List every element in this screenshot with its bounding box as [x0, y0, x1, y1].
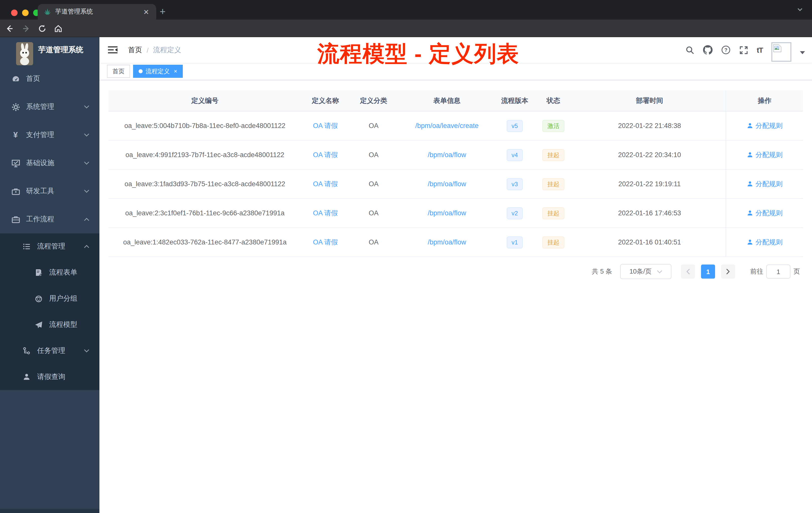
app-title: 芋道管理系统	[38, 45, 83, 55]
yen-icon: ¥	[11, 131, 20, 139]
tree-icon	[22, 347, 31, 355]
breadcrumb-home[interactable]: 首页	[128, 46, 142, 55]
browser-tab-strip: 芋道管理系统 ✕ +	[0, 0, 812, 20]
form-link[interactable]: /bpm/oa/leave/create	[415, 122, 478, 129]
back-button[interactable]	[5, 24, 14, 33]
chevron-down-icon	[84, 161, 89, 165]
definition-category-cell: OA	[349, 180, 398, 188]
help-icon[interactable]: ?	[721, 45, 731, 55]
status-badge: 挂起	[542, 149, 564, 161]
assign-rule-label: 分配规则	[755, 150, 783, 159]
tag-home[interactable]: 首页	[107, 65, 130, 78]
form-link[interactable]: /bpm/oa/flow	[428, 209, 466, 217]
definition-name-link[interactable]: OA 请假	[313, 180, 338, 187]
deploy-time-cell: 2022-01-22 21:48:38	[574, 122, 726, 129]
main-area: 流程模型 - 定义列表 首页 / 流程定义	[99, 37, 812, 513]
definition-name-cell: OA 请假	[301, 121, 349, 130]
sidebar-logo[interactable]: 芋道管理系统	[0, 37, 99, 63]
forward-button[interactable]	[22, 24, 31, 33]
definition-name-link[interactable]: OA 请假	[313, 122, 338, 129]
table-row[interactable]: oa_leave:2:3c1f0ef1-76b1-11ec-9c66-a2380…	[109, 199, 803, 228]
close-window-button[interactable]	[11, 9, 18, 16]
sidebar-bottom-bar	[0, 509, 99, 513]
breadcrumb-separator: /	[147, 46, 149, 54]
sidebar-item-task-management[interactable]: 任务管理	[0, 338, 99, 364]
table-row[interactable]: oa_leave:4:991f2193-7b7f-11ec-a3c8-acde4…	[109, 141, 803, 170]
avatar-caret-icon[interactable]	[800, 51, 805, 54]
tab-close-icon[interactable]: ✕	[142, 7, 150, 16]
table-row[interactable]: oa_leave:1:482ec033-762a-11ec-8477-a2380…	[109, 228, 803, 257]
form-link[interactable]: /bpm/oa/flow	[428, 151, 466, 159]
browser-tab[interactable]: 芋道管理系统 ✕	[38, 4, 156, 20]
sidebar-item-payment[interactable]: ¥ 支付管理	[0, 121, 99, 149]
navbar-actions: ? tT	[686, 37, 805, 63]
column-header: 定义分类	[349, 96, 398, 105]
assign-rule-link[interactable]: 分配规则	[747, 150, 783, 159]
reload-button[interactable]	[38, 24, 47, 33]
navbar: 首页 / 流程定义 ? t	[99, 37, 812, 63]
form-link[interactable]: /bpm/oa/flow	[428, 180, 466, 188]
chevron-down-icon	[84, 189, 89, 193]
goto-page-input[interactable]	[766, 265, 790, 279]
definition-name-link[interactable]: OA 请假	[313, 238, 338, 246]
sidebar-item-leave-query[interactable]: 请假查询	[0, 364, 99, 390]
page-unit-label: 页	[793, 267, 800, 276]
github-icon[interactable]	[703, 45, 713, 55]
sidebar-item-infrastructure[interactable]: 基础设施	[0, 149, 99, 177]
sidebar-item-process-model[interactable]: 流程模型	[0, 312, 99, 338]
assign-rule-link[interactable]: 分配规则	[747, 121, 783, 130]
svg-text:?: ?	[724, 47, 727, 53]
sidebar-item-label: 支付管理	[26, 130, 54, 140]
column-header: 定义编号	[109, 96, 301, 105]
next-page-button[interactable]	[721, 265, 735, 279]
definition-category-cell: OA	[349, 151, 398, 159]
assign-rule-link[interactable]: 分配规则	[747, 238, 783, 247]
definition-name-link[interactable]: OA 请假	[313, 209, 338, 217]
assign-rule-link[interactable]: 分配规则	[747, 179, 783, 188]
hamburger-icon[interactable]	[108, 46, 117, 54]
page-size-select[interactable]: 10条/页	[620, 264, 671, 279]
new-tab-button[interactable]: +	[160, 6, 166, 18]
sidebar-item-dev-tools[interactable]: 研发工具	[0, 177, 99, 205]
sidebar-item-label: 首页	[26, 74, 40, 83]
sidebar-item-label: 系统管理	[26, 102, 54, 112]
column-header: 部署时间	[574, 96, 726, 105]
sidebar-item-workflow[interactable]: 工作流程	[0, 205, 99, 233]
sidebar-item-home[interactable]: 首页	[0, 65, 99, 93]
toolbox-icon	[11, 187, 20, 195]
table-row[interactable]: oa_leave:5:004b710b-7b8a-11ec-8ef0-acde4…	[109, 112, 803, 141]
form-link[interactable]: /bpm/oa/flow	[428, 238, 466, 246]
favicon-leaf-icon	[44, 8, 51, 16]
sidebar-item-system[interactable]: 系统管理	[0, 93, 99, 121]
window-controls[interactable]	[11, 9, 40, 16]
breadcrumb-current: 流程定义	[153, 46, 181, 55]
current-page-button[interactable]: 1	[701, 265, 715, 279]
assign-rule-label: 分配规则	[755, 238, 783, 247]
search-icon[interactable]	[686, 46, 695, 55]
definition-name-cell: OA 请假	[301, 179, 349, 188]
home-button[interactable]	[54, 24, 63, 33]
sidebar-menu: 首页 系统管理 ¥ 支付管理	[0, 65, 99, 390]
assign-rule-label: 分配规则	[755, 121, 783, 130]
sidebar-item-user-group[interactable]: 用户分组	[0, 285, 99, 312]
minimize-window-button[interactable]	[22, 9, 29, 16]
font-size-icon[interactable]: tT	[757, 46, 763, 54]
avatar[interactable]	[771, 42, 791, 61]
column-header: 定义名称	[301, 96, 349, 105]
chevron-down-icon	[84, 133, 89, 137]
table-row[interactable]: oa_leave:3:1fad3d93-7b75-11ec-a3c8-acde4…	[109, 170, 803, 199]
tag-process-definition[interactable]: 流程定义 ×	[133, 65, 183, 78]
fullscreen-icon[interactable]	[739, 46, 748, 55]
chevron-down-icon	[84, 349, 89, 353]
sidebar-item-process-management[interactable]: 流程管理	[0, 233, 99, 260]
tab-search-chevron-icon[interactable]	[797, 6, 803, 12]
definition-category-cell: OA	[349, 209, 398, 217]
assign-rule-link[interactable]: 分配规则	[747, 209, 783, 218]
definition-name-link[interactable]: OA 请假	[313, 151, 338, 158]
tag-close-icon[interactable]: ×	[174, 68, 177, 75]
definition-name-cell: OA 请假	[301, 209, 349, 218]
prev-page-button[interactable]	[681, 265, 695, 279]
user-icon	[747, 152, 753, 158]
sidebar-item-process-form[interactable]: 流程表单	[0, 260, 99, 285]
tab-title: 芋道管理系统	[55, 7, 142, 16]
